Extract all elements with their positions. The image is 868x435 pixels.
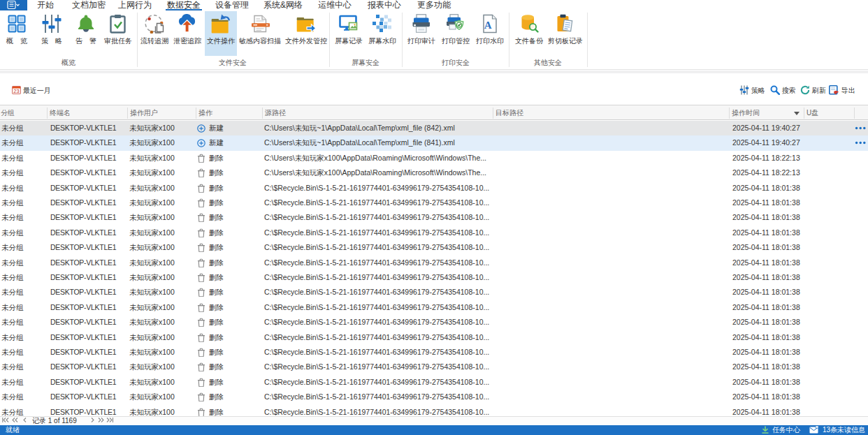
svg-text:A: A (484, 20, 492, 31)
svg-text:23: 23 (13, 88, 19, 94)
